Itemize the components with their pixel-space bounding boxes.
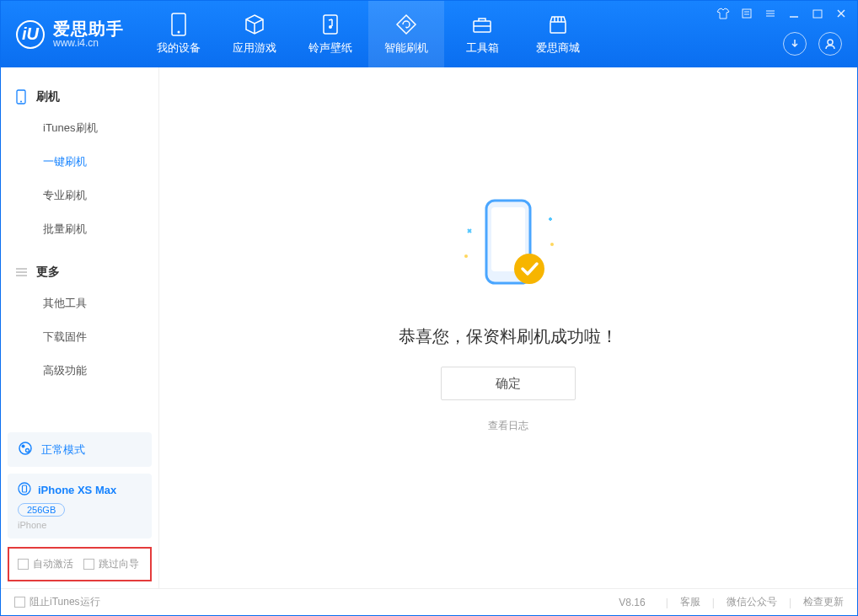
- close-icon[interactable]: [834, 6, 849, 21]
- download-icon[interactable]: [783, 32, 807, 56]
- view-log-link[interactable]: 查看日志: [488, 419, 528, 433]
- logo-area: iU 爱思助手 www.i4.cn: [1, 1, 141, 67]
- device-type: iPhone: [18, 520, 142, 530]
- footer-link-service[interactable]: 客服: [680, 595, 700, 609]
- mode-card[interactable]: 正常模式: [8, 432, 152, 467]
- maximize-icon[interactable]: [810, 6, 825, 21]
- svg-point-22: [19, 442, 31, 454]
- mode-label: 正常模式: [41, 442, 85, 458]
- version-label: V8.16: [619, 597, 645, 608]
- sidebar-item-download-firmware[interactable]: 下载固件: [1, 320, 158, 354]
- app-logo-icon: iU: [16, 20, 45, 49]
- shirt-icon[interactable]: [716, 6, 731, 21]
- nav-toolbox[interactable]: 工具箱: [444, 1, 520, 67]
- success-illustration: [449, 189, 567, 307]
- svg-rect-26: [23, 485, 27, 492]
- refresh-icon: [395, 13, 417, 35]
- svg-point-31: [550, 243, 554, 246]
- svg-point-1: [178, 30, 180, 33]
- main-content: 恭喜您，保资料刷机成功啦！ 确定 查看日志: [159, 67, 857, 588]
- mode-icon: [18, 441, 33, 458]
- ok-button[interactable]: 确定: [441, 367, 576, 400]
- user-icon[interactable]: [818, 32, 842, 56]
- device-storage-badge: 256GB: [18, 503, 65, 517]
- nav-label: 应用游戏: [233, 40, 276, 56]
- footer-link-wechat[interactable]: 微信公众号: [727, 595, 777, 609]
- options-highlight-box: 自动激活 跳过向导: [8, 547, 152, 581]
- svg-point-18: [20, 101, 22, 103]
- sidebar-section-title: 更多: [36, 265, 60, 280]
- sidebar-item-oneclick-flash[interactable]: 一键刷机: [1, 145, 158, 179]
- toolbox-icon: [471, 13, 493, 35]
- menu-icon[interactable]: [763, 6, 778, 21]
- nav-label: 铃声壁纸: [308, 40, 352, 56]
- svg-rect-13: [813, 10, 822, 18]
- sidebar-item-pro-flash[interactable]: 专业刷机: [1, 179, 158, 212]
- sidebar-item-other-tools[interactable]: 其他工具: [1, 287, 158, 320]
- header: iU 爱思助手 www.i4.cn 我的设备 应用游戏: [1, 1, 857, 67]
- footer-link-update[interactable]: 检查更新: [803, 595, 844, 609]
- cube-icon: [244, 13, 265, 35]
- svg-rect-2: [324, 15, 337, 34]
- note-icon[interactable]: [739, 6, 754, 21]
- footer: 阻止iTunes运行 V8.16 | 客服 | 微信公众号 | 检查更新: [1, 588, 857, 615]
- top-nav: 我的设备 应用游戏 铃声壁纸 智能刷机: [141, 1, 596, 67]
- svg-point-25: [19, 483, 30, 495]
- phone-icon: [14, 90, 28, 104]
- svg-rect-6: [743, 9, 751, 18]
- logo-text: 爱思助手 www.i4.cn: [53, 19, 124, 49]
- store-icon: [547, 13, 569, 35]
- svg-point-24: [26, 449, 29, 453]
- svg-point-30: [464, 254, 468, 258]
- music-icon: [319, 13, 341, 35]
- separator: |: [666, 597, 668, 608]
- svg-point-16: [828, 40, 833, 45]
- svg-point-29: [514, 254, 544, 284]
- checkbox-block-itunes[interactable]: 阻止iTunes运行: [14, 595, 100, 609]
- nav-label: 爱思商城: [536, 40, 580, 56]
- body: 刷机 iTunes刷机 一键刷机 专业刷机 批量刷机 更多 其他工具 下载固件 …: [1, 67, 857, 588]
- sidebar-item-advanced[interactable]: 高级功能: [1, 354, 158, 388]
- nav-label: 工具箱: [466, 40, 499, 56]
- checkbox-icon: [14, 597, 25, 608]
- success-message: 恭喜您，保资料刷机成功啦！: [399, 325, 618, 348]
- separator: |: [712, 597, 715, 608]
- nav-store[interactable]: 爱思商城: [520, 1, 596, 67]
- menu-icon: [14, 265, 28, 279]
- app-url: www.i4.cn: [53, 38, 124, 49]
- separator: |: [789, 597, 791, 608]
- nav-label: 智能刷机: [384, 40, 428, 56]
- sidebar-section-more: 更多: [1, 258, 158, 287]
- nav-apps-games[interactable]: 应用游戏: [217, 1, 292, 67]
- nav-label: 我的设备: [157, 40, 201, 56]
- device-small-icon: [18, 482, 31, 498]
- minimize-icon[interactable]: [786, 6, 802, 21]
- device-icon: [168, 13, 190, 35]
- checkbox-icon: [18, 559, 29, 570]
- sidebar-item-itunes-flash[interactable]: iTunes刷机: [1, 111, 158, 145]
- app-window: iU 爱思助手 www.i4.cn 我的设备 应用游戏: [0, 0, 858, 616]
- device-name: iPhone XS Max: [38, 484, 116, 496]
- svg-point-3: [329, 25, 332, 29]
- header-actions: [783, 32, 842, 56]
- checkbox-icon: [83, 559, 94, 570]
- sidebar-section-title: 刷机: [36, 89, 60, 104]
- option-label: 跳过向导: [99, 557, 139, 571]
- sidebar: 刷机 iTunes刷机 一键刷机 专业刷机 批量刷机 更多 其他工具 下载固件 …: [1, 67, 159, 588]
- svg-rect-5: [550, 22, 566, 33]
- sidebar-section-flash: 刷机: [1, 83, 158, 111]
- app-title: 爱思助手: [53, 19, 124, 38]
- sidebar-item-batch-flash[interactable]: 批量刷机: [1, 212, 158, 246]
- footer-right: V8.16 | 客服 | 微信公众号 | 检查更新: [619, 595, 844, 609]
- svg-point-23: [22, 445, 25, 448]
- nav-smart-flash[interactable]: 智能刷机: [368, 1, 444, 67]
- footer-left: 阻止iTunes运行: [14, 595, 100, 609]
- option-label: 自动激活: [33, 557, 73, 571]
- nav-my-device[interactable]: 我的设备: [141, 1, 217, 67]
- window-controls: [716, 6, 849, 21]
- footer-option-label: 阻止iTunes运行: [29, 595, 100, 609]
- device-card[interactable]: iPhone XS Max 256GB iPhone: [8, 474, 152, 538]
- nav-ringtones-wallpapers[interactable]: 铃声壁纸: [292, 1, 368, 67]
- checkbox-auto-activate[interactable]: 自动激活: [18, 557, 73, 571]
- checkbox-skip-guide[interactable]: 跳过向导: [83, 557, 139, 571]
